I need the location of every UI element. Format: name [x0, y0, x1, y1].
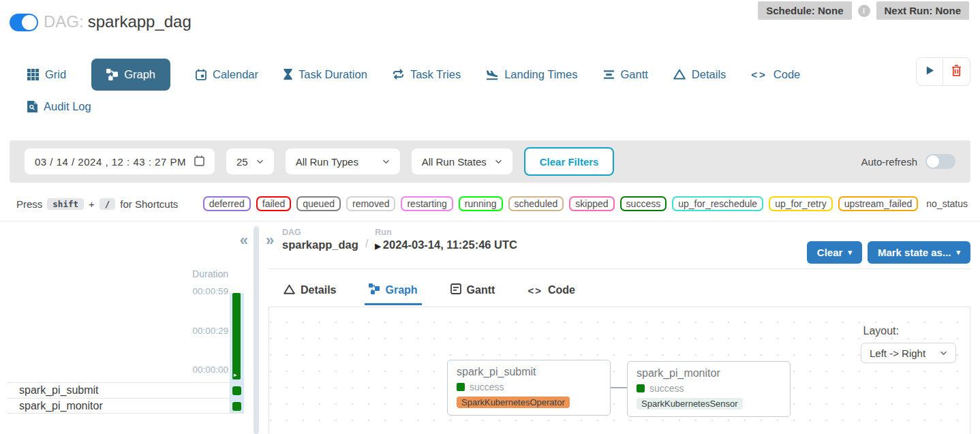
- task-row-spark-pi-submit[interactable]: spark_pi_submit: [7, 382, 244, 398]
- legend-badge-up-for-reschedule[interactable]: up_for_reschedule: [672, 196, 763, 211]
- axis-tick: 00:00:59: [192, 286, 228, 296]
- clear-filters-button[interactable]: Clear Filters: [524, 147, 615, 176]
- shift-key: shift: [47, 198, 84, 210]
- legend-row: Press shift + / for Shortcuts deferred f…: [16, 193, 970, 215]
- layout-select[interactable]: Left -> Right: [861, 343, 956, 363]
- dag-view-nav: Grid Graph Calendar Task Duration Task T…: [27, 56, 898, 93]
- tab-audit-log[interactable]: Audit Log: [27, 100, 91, 113]
- run-types-select[interactable]: All Run Types: [286, 149, 400, 174]
- section-divider: [0, 221, 980, 221]
- auto-refresh-toggle[interactable]: [925, 154, 955, 169]
- run-tab-details[interactable]: Details: [279, 275, 340, 305]
- page-title: DAG:sparkapp_dag: [44, 12, 192, 31]
- delete-dag-button[interactable]: [943, 57, 970, 86]
- breadcrumb: DAG sparkapp_dag / Run ▶2024-03-14, 11:2…: [282, 228, 517, 251]
- code-icon: <>: [751, 69, 767, 80]
- run-tab-gantt[interactable]: Gantt: [446, 275, 500, 305]
- node-operator-badge: SparkKubernetesOperator: [457, 397, 570, 408]
- legend-badge-success[interactable]: success: [620, 196, 667, 211]
- chevron-down-icon: [940, 351, 947, 356]
- code-icon: <>: [527, 285, 542, 296]
- legend-badge-upstream-failed[interactable]: upstream_failed: [838, 196, 919, 211]
- node-state-label: success: [649, 383, 684, 394]
- play-icon: [925, 65, 935, 78]
- legend-badge-no-status[interactable]: no_status: [923, 198, 970, 210]
- run-states-value: All Run States: [422, 156, 487, 168]
- gantt-icon: [603, 69, 615, 80]
- tab-task-duration[interactable]: Task Duration: [284, 68, 367, 81]
- shortcut-hint: Press shift + / for Shortcuts: [16, 198, 178, 210]
- dag-crumb-value: sparkapp_dag: [282, 238, 358, 251]
- mark-state-label: Mark state as...: [878, 247, 951, 258]
- plus-label: +: [89, 198, 95, 210]
- legend-badge-removed[interactable]: removed: [346, 196, 395, 211]
- legend-badge-restarting[interactable]: restarting: [401, 196, 453, 211]
- page-size-value: 25: [236, 156, 248, 168]
- legend-badge-queued[interactable]: queued: [296, 196, 341, 211]
- run-tab-label: Code: [548, 284, 575, 296]
- dag-crumb-label: DAG: [282, 228, 358, 237]
- file-search-icon: [27, 101, 37, 112]
- tab-calendar[interactable]: Calendar: [196, 68, 258, 81]
- task-name: spark_pi_monitor: [19, 400, 103, 412]
- legend-badge-scheduled[interactable]: scheduled: [508, 196, 564, 211]
- tab-landing-times[interactable]: Landing Times: [486, 68, 577, 81]
- node-title: spark_pi_monitor: [637, 367, 781, 379]
- graph-node-spark-pi-submit[interactable]: spark_pi_submit success SparkKubernetesO…: [447, 360, 611, 416]
- clear-run-button[interactable]: Clear ▾: [807, 241, 862, 264]
- run-tab-code[interactable]: <> Code: [523, 275, 579, 305]
- trash-icon: [951, 65, 962, 79]
- tab-grid[interactable]: Grid: [27, 68, 66, 81]
- graph-canvas[interactable]: Layout: Left -> Right spark_pi_submit su…: [269, 307, 970, 434]
- task-instance-square[interactable]: [232, 386, 241, 395]
- tab-graph[interactable]: Graph: [91, 59, 170, 91]
- legend-badge-deferred[interactable]: deferred: [203, 196, 251, 211]
- legend-badge-skipped[interactable]: skipped: [569, 196, 614, 211]
- dag-run-duration-bar[interactable]: ▸: [232, 293, 241, 379]
- run-tab-label: Graph: [385, 284, 417, 296]
- caret-down-icon: ▾: [956, 248, 960, 257]
- run-tab-graph[interactable]: Graph: [365, 275, 421, 305]
- task-instance-square[interactable]: [232, 402, 241, 411]
- graph-node-spark-pi-monitor[interactable]: spark_pi_monitor success SparkKubernetes…: [627, 361, 791, 417]
- tab-task-tries[interactable]: Task Tries: [393, 68, 461, 81]
- tab-gantt[interactable]: Gantt: [603, 68, 648, 81]
- axis-tick: 00:00:29: [192, 326, 228, 336]
- grid-icon: [27, 69, 39, 80]
- calendar-icon: [196, 69, 206, 80]
- legend-badge-running[interactable]: running: [459, 196, 503, 211]
- mark-state-button[interactable]: Mark state as... ▾: [868, 241, 970, 264]
- tab-details[interactable]: Details: [673, 68, 726, 81]
- dag-actions: [916, 57, 970, 86]
- base-date-input[interactable]: 03 / 14 / 2024 , 12 : 43 : 27 PM: [25, 149, 215, 174]
- dag-pause-toggle[interactable]: [10, 14, 38, 31]
- tab-label: Landing Times: [504, 68, 577, 81]
- clear-button-label: Clear: [817, 247, 843, 258]
- page-size-select[interactable]: 25: [226, 149, 274, 174]
- hourglass-icon: [284, 69, 292, 80]
- schedule-badge: Schedule: None: [758, 1, 851, 20]
- expand-panel-icon[interactable]: »: [266, 233, 274, 248]
- layout-label: Layout:: [863, 325, 899, 337]
- run-state-icon: ▶: [375, 242, 380, 250]
- edge-submit-to-monitor: [611, 387, 627, 388]
- shortcut-suffix: for Shortcuts: [120, 198, 178, 210]
- legend-badge-failed[interactable]: failed: [256, 196, 291, 211]
- auto-refresh-label: Auto-refresh: [861, 156, 917, 168]
- node-title: spark_pi_submit: [457, 366, 601, 378]
- task-row-spark-pi-monitor[interactable]: spark_pi_monitor: [7, 398, 244, 414]
- collapse-sidebar-icon[interactable]: «: [240, 233, 248, 248]
- toggle-knob: [927, 155, 939, 168]
- datetime-value: 03 / 14 / 2024 , 12 : 43 : 27 PM: [35, 156, 186, 168]
- layout-value: Left -> Right: [870, 347, 925, 359]
- run-states-select[interactable]: All Run States: [412, 149, 512, 174]
- tab-code[interactable]: <> Code: [751, 68, 800, 81]
- chevron-down-icon: [256, 159, 264, 164]
- legend-badge-up-for-retry[interactable]: up_for_retry: [769, 196, 832, 211]
- trigger-dag-button[interactable]: [916, 57, 943, 86]
- duration-axis-label: Duration: [192, 268, 228, 279]
- task-name: spark_pi_submit: [19, 384, 99, 397]
- info-icon[interactable]: i: [858, 5, 870, 17]
- node-state-square: [637, 384, 645, 392]
- panel-resize-handle[interactable]: [254, 226, 259, 434]
